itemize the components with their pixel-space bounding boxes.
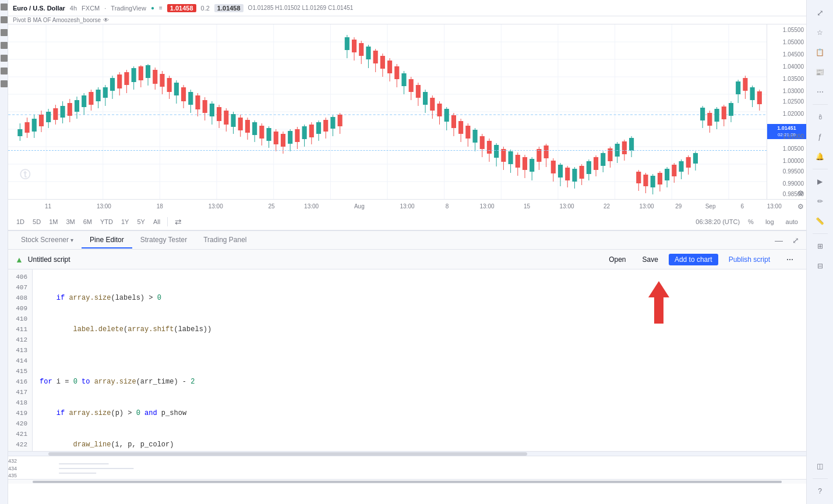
svg-rect-53 [117, 74, 122, 88]
tf-ytd[interactable]: YTD [97, 217, 117, 226]
symbol-name[interactable]: Euro / U.S. Dollar [13, 5, 65, 12]
chart-time: 06:38:20 (UTC) [696, 218, 740, 225]
tf-6m[interactable]: 6M [80, 217, 96, 226]
svg-rect-209 [672, 165, 676, 176]
price-label-6: 1.03000 [783, 88, 804, 94]
toolbar-watchlist[interactable]: ☆ [810, 23, 831, 42]
svg-rect-105 [302, 126, 307, 139]
svg-rect-39 [68, 103, 72, 116]
toolbar-alerts[interactable]: 🔔 [810, 147, 831, 166]
toolbar-layers[interactable]: ◫ [810, 457, 831, 475]
toolbar-details[interactable]: ⋯ [810, 83, 831, 101]
toolbar-indicators[interactable]: ƒ [810, 127, 831, 146]
left-tool-7[interactable] [1, 80, 8, 87]
svg-rect-121 [359, 43, 363, 56]
toolbar-news[interactable]: 📰 [810, 63, 831, 81]
svg-rect-211 [679, 161, 683, 172]
svg-rect-85 [231, 114, 235, 127]
stock-screener-label: Stock Screener [21, 236, 69, 244]
platform-sep: · [104, 5, 106, 12]
time-1300-1: 13:00 [97, 203, 111, 210]
toolbar-broker[interactable]: ⊟ [810, 257, 831, 275]
left-tool-2[interactable] [1, 16, 8, 23]
svg-rect-221 [714, 109, 719, 122]
svg-rect-169 [530, 159, 534, 172]
price-label-11: 1.00000 [783, 158, 804, 164]
pivot-visibility-toggle[interactable]: 👁 [103, 17, 109, 23]
svg-rect-151 [465, 126, 470, 139]
svg-rect-91 [252, 122, 257, 135]
left-tool-5[interactable] [1, 55, 8, 62]
svg-rect-123 [366, 47, 370, 59]
toolbar-measure[interactable]: 📏 [810, 212, 831, 230]
pine-add-chart-btn[interactable]: Add to chart [669, 254, 718, 265]
mini-scrollbar[interactable] [8, 479, 806, 484]
tab-pine-editor[interactable]: Pine Editor [82, 232, 132, 249]
time-1300-6: 13:00 [559, 203, 574, 210]
left-tool-3[interactable] [1, 29, 8, 36]
svg-rect-153 [472, 130, 477, 143]
svg-rect-55 [124, 72, 129, 85]
pine-save-btn[interactable]: Save [637, 254, 664, 265]
timeframe-label: 4h [70, 5, 77, 12]
tf-1y[interactable]: 1Y [118, 217, 132, 226]
svg-rect-145 [444, 109, 449, 122]
toolbar-help[interactable]: ? [810, 482, 831, 501]
tf-compare[interactable]: ⇄ [171, 216, 185, 228]
svg-rect-161 [501, 149, 506, 162]
tf-all[interactable]: All [150, 217, 164, 226]
pine-code-area[interactable]: 406 407 408 409 410 411 412 413 414 415 … [8, 269, 806, 451]
log-btn[interactable]: log [762, 217, 778, 226]
tf-1d[interactable]: 1D [13, 217, 28, 226]
tf-3m[interactable]: 3M [62, 217, 78, 226]
svg-rect-219 [707, 113, 712, 126]
pine-publish-btn[interactable]: Publish script [723, 254, 776, 265]
svg-rect-115 [338, 115, 343, 126]
panel-expand-btn[interactable]: ⤢ [790, 235, 802, 246]
pine-script-title: Untitled script [28, 255, 70, 264]
toolbar-drawing[interactable]: ✏ [810, 192, 831, 211]
pct-btn[interactable]: % [744, 217, 757, 226]
svg-rect-73 [188, 92, 193, 105]
left-tool-6[interactable] [1, 68, 8, 74]
pine-open-btn[interactable]: Open [603, 254, 631, 265]
bottom-panel: Stock Screener ▾ Pine Editor Strategy Te… [8, 230, 806, 484]
time-18: 18 [157, 203, 163, 210]
svg-rect-177 [558, 165, 563, 178]
svg-rect-49 [103, 87, 108, 98]
toolbar-chart-type[interactable]: 🕯 [810, 108, 831, 126]
left-tool-4[interactable] [1, 42, 8, 49]
toolbar-calendar[interactable]: 📋 [810, 43, 831, 62]
tab-strategy-tester[interactable]: Strategy Tester [132, 232, 195, 249]
price-axis-settings[interactable]: ⚙ [795, 187, 806, 199]
svg-rect-149 [458, 121, 463, 134]
price-label-13: 0.99000 [783, 180, 804, 187]
pine-more-btn[interactable]: ⋯ [781, 254, 799, 265]
app-container: Euro / U.S. Dollar 4h FXCM · TradingView… [0, 0, 833, 504]
tab-stock-screener[interactable]: Stock Screener ▾ [13, 232, 82, 249]
tf-divider [167, 217, 168, 226]
code-scrollbar[interactable] [8, 451, 806, 456]
svg-rect-81 [217, 107, 221, 121]
svg-rect-163 [509, 151, 513, 164]
svg-rect-29 [32, 119, 37, 132]
tf-5y[interactable]: 5Y [133, 217, 148, 226]
panel-minimize-btn[interactable]: — [772, 235, 785, 246]
tab-trading-panel[interactable]: Trading Panel [195, 232, 255, 249]
chart-settings-btn[interactable]: ⚙ [797, 203, 804, 211]
svg-rect-125 [373, 51, 378, 63]
toolbar-screener[interactable]: ⊞ [810, 237, 831, 255]
auto-btn[interactable]: auto [782, 217, 802, 226]
toolbar-replay[interactable]: ▶ [810, 172, 831, 191]
line-numbers: 406 407 408 409 410 411 412 413 414 415 … [8, 269, 33, 451]
tf-5d[interactable]: 5D [29, 217, 44, 226]
time-axis: 11 13:00 18 13:00 25 13:00 Aug 13:00 8 1… [8, 199, 806, 213]
svg-rect-181 [572, 169, 577, 182]
status-dot-gray: ≡ [159, 5, 163, 11]
time-15: 15 [524, 203, 530, 210]
toolbar-cursor[interactable]: ⤢ [810, 3, 831, 22]
svg-rect-31 [39, 115, 44, 126]
left-tool-1[interactable] [1, 3, 8, 10]
chart-main[interactable]: ⓣ [8, 24, 767, 199]
tf-1m[interactable]: 1M [45, 217, 61, 226]
